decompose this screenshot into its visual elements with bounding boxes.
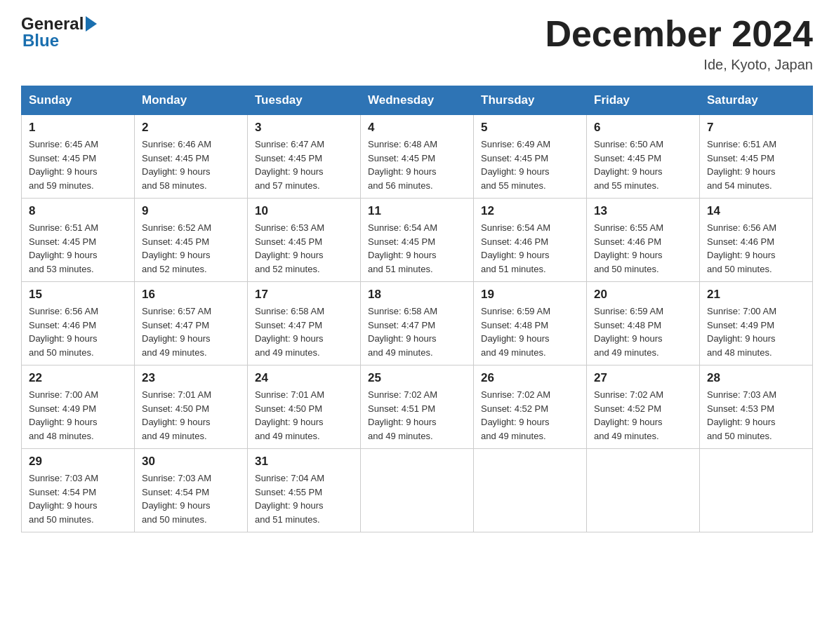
calendar-header: SundayMondayTuesdayWednesdayThursdayFrid… [22, 86, 813, 115]
day-number: 28 [707, 371, 805, 385]
header-day-monday: Monday [135, 86, 248, 115]
day-info: Sunrise: 6:50 AM Sunset: 4:45 PM Dayligh… [594, 137, 692, 192]
day-info: Sunrise: 6:48 AM Sunset: 4:45 PM Dayligh… [368, 137, 466, 192]
day-info: Sunrise: 6:58 AM Sunset: 4:47 PM Dayligh… [255, 304, 353, 359]
calendar-table: SundayMondayTuesdayWednesdayThursdayFrid… [21, 86, 813, 532]
calendar-cell: 25Sunrise: 7:02 AM Sunset: 4:51 PM Dayli… [361, 365, 474, 449]
calendar-cell: 4Sunrise: 6:48 AM Sunset: 4:45 PM Daylig… [361, 115, 474, 199]
day-number: 22 [29, 371, 127, 385]
day-number: 14 [707, 204, 805, 218]
day-number: 20 [594, 288, 692, 302]
day-info: Sunrise: 6:49 AM Sunset: 4:45 PM Dayligh… [481, 137, 579, 192]
calendar-cell: 12Sunrise: 6:54 AM Sunset: 4:46 PM Dayli… [474, 199, 587, 282]
day-number: 26 [481, 371, 579, 385]
day-info: Sunrise: 6:55 AM Sunset: 4:46 PM Dayligh… [594, 221, 692, 276]
calendar-cell: 9Sunrise: 6:52 AM Sunset: 4:45 PM Daylig… [135, 199, 248, 282]
calendar-week-3: 15Sunrise: 6:56 AM Sunset: 4:46 PM Dayli… [22, 282, 813, 365]
calendar-cell: 1Sunrise: 6:45 AM Sunset: 4:45 PM Daylig… [22, 115, 135, 199]
day-number: 16 [142, 288, 240, 302]
day-number: 23 [142, 371, 240, 385]
header-day-saturday: Saturday [700, 86, 813, 115]
day-number: 1 [29, 121, 127, 135]
calendar-cell: 5Sunrise: 6:49 AM Sunset: 4:45 PM Daylig… [474, 115, 587, 199]
day-number: 7 [707, 121, 805, 135]
calendar-body: 1Sunrise: 6:45 AM Sunset: 4:45 PM Daylig… [22, 115, 813, 532]
day-number: 9 [142, 204, 240, 218]
logo-triangle-icon [86, 16, 97, 32]
day-info: Sunrise: 7:02 AM Sunset: 4:52 PM Dayligh… [594, 388, 692, 443]
day-number: 12 [481, 204, 579, 218]
title-area: December 2024 Ide, Kyoto, Japan [545, 14, 813, 73]
day-number: 25 [368, 371, 466, 385]
day-number: 29 [29, 455, 127, 469]
header-row: SundayMondayTuesdayWednesdayThursdayFrid… [22, 86, 813, 115]
day-info: Sunrise: 6:58 AM Sunset: 4:47 PM Dayligh… [368, 304, 466, 359]
header-day-sunday: Sunday [22, 86, 135, 115]
day-info: Sunrise: 7:03 AM Sunset: 4:54 PM Dayligh… [142, 471, 240, 526]
calendar-cell: 13Sunrise: 6:55 AM Sunset: 4:46 PM Dayli… [587, 199, 700, 282]
day-info: Sunrise: 7:01 AM Sunset: 4:50 PM Dayligh… [142, 388, 240, 443]
day-info: Sunrise: 6:54 AM Sunset: 4:46 PM Dayligh… [481, 221, 579, 276]
day-number: 5 [481, 121, 579, 135]
header-day-friday: Friday [587, 86, 700, 115]
day-number: 18 [368, 288, 466, 302]
day-info: Sunrise: 6:57 AM Sunset: 4:47 PM Dayligh… [142, 304, 240, 359]
calendar-cell: 24Sunrise: 7:01 AM Sunset: 4:50 PM Dayli… [248, 365, 361, 449]
day-info: Sunrise: 6:47 AM Sunset: 4:45 PM Dayligh… [255, 137, 353, 192]
calendar-cell: 8Sunrise: 6:51 AM Sunset: 4:45 PM Daylig… [22, 199, 135, 282]
calendar-cell: 21Sunrise: 7:00 AM Sunset: 4:49 PM Dayli… [700, 282, 813, 365]
day-number: 21 [707, 288, 805, 302]
day-info: Sunrise: 7:04 AM Sunset: 4:55 PM Dayligh… [255, 471, 353, 526]
day-info: Sunrise: 7:02 AM Sunset: 4:52 PM Dayligh… [481, 388, 579, 443]
calendar-cell: 6Sunrise: 6:50 AM Sunset: 4:45 PM Daylig… [587, 115, 700, 199]
calendar-cell: 19Sunrise: 6:59 AM Sunset: 4:48 PM Dayli… [474, 282, 587, 365]
calendar-cell: 27Sunrise: 7:02 AM Sunset: 4:52 PM Dayli… [587, 365, 700, 449]
calendar-subtitle: Ide, Kyoto, Japan [545, 57, 813, 73]
day-info: Sunrise: 6:52 AM Sunset: 4:45 PM Dayligh… [142, 221, 240, 276]
day-info: Sunrise: 6:56 AM Sunset: 4:46 PM Dayligh… [29, 304, 127, 359]
calendar-cell: 14Sunrise: 6:56 AM Sunset: 4:46 PM Dayli… [700, 199, 813, 282]
day-info: Sunrise: 6:46 AM Sunset: 4:45 PM Dayligh… [142, 137, 240, 192]
day-info: Sunrise: 6:59 AM Sunset: 4:48 PM Dayligh… [594, 304, 692, 359]
day-info: Sunrise: 7:02 AM Sunset: 4:51 PM Dayligh… [368, 388, 466, 443]
calendar-cell: 23Sunrise: 7:01 AM Sunset: 4:50 PM Dayli… [135, 365, 248, 449]
calendar-cell [474, 449, 587, 532]
day-info: Sunrise: 7:00 AM Sunset: 4:49 PM Dayligh… [29, 388, 127, 443]
day-info: Sunrise: 6:56 AM Sunset: 4:46 PM Dayligh… [707, 221, 805, 276]
calendar-cell: 28Sunrise: 7:03 AM Sunset: 4:53 PM Dayli… [700, 365, 813, 449]
calendar-week-2: 8Sunrise: 6:51 AM Sunset: 4:45 PM Daylig… [22, 199, 813, 282]
day-number: 6 [594, 121, 692, 135]
day-info: Sunrise: 6:51 AM Sunset: 4:45 PM Dayligh… [707, 137, 805, 192]
day-info: Sunrise: 7:03 AM Sunset: 4:54 PM Dayligh… [29, 471, 127, 526]
calendar-cell: 29Sunrise: 7:03 AM Sunset: 4:54 PM Dayli… [22, 449, 135, 532]
day-number: 4 [368, 121, 466, 135]
day-number: 8 [29, 204, 127, 218]
day-info: Sunrise: 6:54 AM Sunset: 4:45 PM Dayligh… [368, 221, 466, 276]
calendar-cell: 31Sunrise: 7:04 AM Sunset: 4:55 PM Dayli… [248, 449, 361, 532]
logo-blue-text: Blue [21, 31, 59, 51]
calendar-week-1: 1Sunrise: 6:45 AM Sunset: 4:45 PM Daylig… [22, 115, 813, 199]
day-number: 11 [368, 204, 466, 218]
header-day-tuesday: Tuesday [248, 86, 361, 115]
calendar-cell: 2Sunrise: 6:46 AM Sunset: 4:45 PM Daylig… [135, 115, 248, 199]
day-number: 19 [481, 288, 579, 302]
calendar-cell: 22Sunrise: 7:00 AM Sunset: 4:49 PM Dayli… [22, 365, 135, 449]
calendar-cell: 15Sunrise: 6:56 AM Sunset: 4:46 PM Dayli… [22, 282, 135, 365]
day-number: 24 [255, 371, 353, 385]
day-number: 30 [142, 455, 240, 469]
calendar-cell: 3Sunrise: 6:47 AM Sunset: 4:45 PM Daylig… [248, 115, 361, 199]
calendar-week-5: 29Sunrise: 7:03 AM Sunset: 4:54 PM Dayli… [22, 449, 813, 532]
calendar-cell: 10Sunrise: 6:53 AM Sunset: 4:45 PM Dayli… [248, 199, 361, 282]
day-number: 27 [594, 371, 692, 385]
calendar-cell: 16Sunrise: 6:57 AM Sunset: 4:47 PM Dayli… [135, 282, 248, 365]
day-number: 31 [255, 455, 353, 469]
calendar-week-4: 22Sunrise: 7:00 AM Sunset: 4:49 PM Dayli… [22, 365, 813, 449]
calendar-title: December 2024 [545, 14, 813, 54]
day-number: 15 [29, 288, 127, 302]
day-number: 2 [142, 121, 240, 135]
calendar-cell [700, 449, 813, 532]
header-day-thursday: Thursday [474, 86, 587, 115]
day-info: Sunrise: 6:51 AM Sunset: 4:45 PM Dayligh… [29, 221, 127, 276]
logo: General Blue [21, 14, 97, 51]
calendar-cell: 7Sunrise: 6:51 AM Sunset: 4:45 PM Daylig… [700, 115, 813, 199]
